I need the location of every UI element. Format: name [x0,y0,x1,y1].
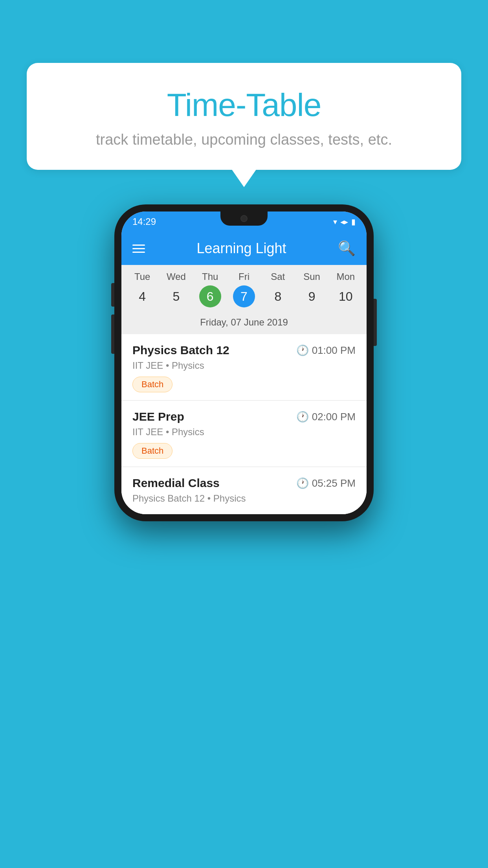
phone-button-volume-up [111,283,114,307]
bubble-title: Time-Table [46,86,442,123]
date-cell-10[interactable]: 10 [329,285,363,307]
phone-camera [240,215,248,222]
date-cell-7[interactable]: 7 [227,285,261,307]
day-tue: Tue [125,271,159,282]
hamburger-line-1 [132,245,145,246]
speech-bubble-container: Time-Table track timetable, upcoming cla… [27,63,461,170]
class-time-text-1: 01:00 PM [312,344,356,357]
day-mon: Mon [329,271,363,282]
date-cell-9[interactable]: 9 [295,285,328,307]
menu-icon[interactable] [132,245,145,253]
day-sun: Sun [295,271,328,282]
class-meta-3: Physics Batch 12 • Physics [132,493,356,504]
day-sat: Sat [261,271,295,282]
phone-screen: 14:29 ▾ ◂▸ ▮ Learning Light 🔍 [121,211,367,514]
speech-bubble: Time-Table track timetable, upcoming cla… [27,63,461,170]
phone-button-power [374,299,377,346]
class-name-1: Physics Batch 12 [132,344,229,357]
date-cell-6[interactable]: 6 [193,285,227,307]
date-cell-5[interactable]: 5 [159,285,193,307]
class-time-1: 🕐 01:00 PM [296,344,356,357]
class-time-text-3: 05:25 PM [312,477,356,489]
phone-notch [220,211,268,226]
clock-icon-2: 🕐 [296,411,309,423]
hamburger-line-3 [132,252,145,253]
class-time-text-2: 02:00 PM [312,411,356,423]
day-thu: Thu [193,271,227,282]
class-time-3: 🕐 05:25 PM [296,477,356,489]
batch-badge-1: Batch [132,377,172,392]
class-list: Physics Batch 12 🕐 01:00 PM IIT JEE • Ph… [121,334,367,514]
date-6: 6 [199,285,221,307]
date-cell-4[interactable]: 4 [125,285,159,307]
signal-icon: ◂▸ [340,217,348,226]
date-8: 8 [267,285,289,307]
dates-row: 4 5 6 7 8 9 [121,282,367,314]
date-10: 10 [335,285,357,307]
status-time: 14:29 [132,216,156,227]
class-meta-2: IIT JEE • Physics [132,427,356,438]
phone-mockup: 14:29 ▾ ◂▸ ▮ Learning Light 🔍 [114,204,374,521]
date-7: 7 [233,285,255,307]
clock-icon-1: 🕐 [296,344,309,357]
date-9: 9 [301,285,323,307]
app-bar: Learning Light 🔍 [121,232,367,265]
app-bar-title: Learning Light [196,240,286,257]
hamburger-line-2 [132,248,145,249]
bubble-subtitle: track timetable, upcoming classes, tests… [46,131,442,148]
clock-icon-3: 🕐 [296,477,309,489]
day-wed: Wed [159,271,193,282]
class-time-2: 🕐 02:00 PM [296,411,356,423]
days-header: Tue Wed Thu Fri Sat Sun Mon [121,265,367,282]
date-5: 5 [165,285,187,307]
class-item-header-2: JEE Prep 🕐 02:00 PM [132,410,356,423]
batch-badge-2: Batch [132,443,172,459]
phone-outer: 14:29 ▾ ◂▸ ▮ Learning Light 🔍 [114,204,374,521]
search-button[interactable]: 🔍 [338,240,356,257]
class-name-3: Remedial Class [132,476,220,490]
wifi-icon: ▾ [333,217,337,226]
class-item-remedial[interactable]: Remedial Class 🕐 05:25 PM Physics Batch … [121,467,367,514]
class-item-physics-batch[interactable]: Physics Batch 12 🕐 01:00 PM IIT JEE • Ph… [121,334,367,401]
phone-button-volume-down [111,314,114,354]
class-name-2: JEE Prep [132,410,184,423]
battery-icon: ▮ [351,217,356,226]
class-meta-1: IIT JEE • Physics [132,360,356,371]
class-item-header-3: Remedial Class 🕐 05:25 PM [132,476,356,490]
date-cell-8[interactable]: 8 [261,285,295,307]
class-item-jee-prep[interactable]: JEE Prep 🕐 02:00 PM IIT JEE • Physics Ba… [121,401,367,467]
class-item-header-1: Physics Batch 12 🕐 01:00 PM [132,344,356,357]
status-icons: ▾ ◂▸ ▮ [333,217,356,226]
day-fri: Fri [227,271,261,282]
selected-date-label: Friday, 07 June 2019 [121,314,367,334]
calendar-strip: Tue Wed Thu Fri Sat Sun Mon 4 5 [121,265,367,334]
date-4: 4 [131,285,153,307]
